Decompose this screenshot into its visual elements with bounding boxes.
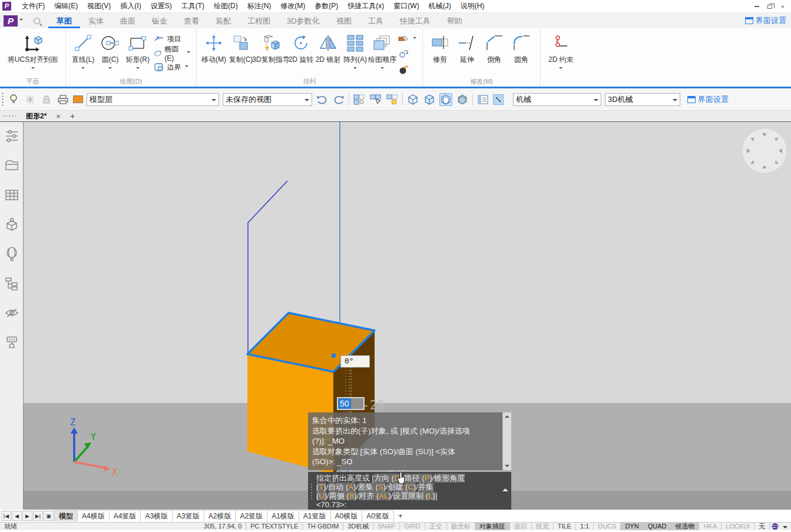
layout-tab-a2-landscape[interactable]: A2横版 bbox=[204, 510, 236, 521]
restore-button[interactable] bbox=[764, 2, 776, 11]
ellipse-button[interactable]: 椭圆(E) bbox=[154, 47, 190, 59]
toggle-snap[interactable]: SNAP bbox=[373, 523, 400, 530]
search-icon[interactable] bbox=[34, 18, 40, 24]
toggle-hka[interactable]: HKA bbox=[699, 523, 722, 530]
hierarchy-icon[interactable] bbox=[5, 276, 19, 290]
layout-tab-model[interactable]: 模型 bbox=[54, 510, 78, 521]
pan-icon[interactable] bbox=[493, 94, 504, 105]
layer-off-icon[interactable] bbox=[386, 93, 399, 106]
toggle-track[interactable]: 追踪 bbox=[510, 523, 532, 530]
toggle-ortho[interactable]: 正交 bbox=[425, 523, 447, 530]
navigation-wheel[interactable] bbox=[742, 128, 787, 173]
toggle-tile[interactable]: TILE bbox=[554, 523, 576, 530]
status-textstyle[interactable]: PC TEXTSTYLE bbox=[246, 523, 303, 530]
layer-walk-icon[interactable] bbox=[353, 93, 366, 106]
balloon-icon[interactable] bbox=[5, 247, 19, 261]
menu-window[interactable]: 窗口(W) bbox=[389, 0, 423, 12]
undo-button[interactable] bbox=[316, 93, 329, 106]
minimize-button[interactable] bbox=[751, 2, 763, 11]
offset-button[interactable] bbox=[398, 48, 416, 60]
status-globe-icon[interactable] bbox=[771, 523, 779, 530]
redo-button[interactable] bbox=[332, 93, 345, 106]
view-hidden-icon[interactable] bbox=[423, 93, 436, 106]
doctab-grip[interactable] bbox=[2, 115, 18, 117]
tab-help[interactable]: 帮助 bbox=[439, 13, 471, 28]
document-close-icon[interactable]: × bbox=[51, 112, 65, 121]
menu-tools[interactable]: 工具(T) bbox=[177, 0, 209, 12]
toolbar-grip[interactable] bbox=[1, 92, 4, 107]
constraint-2d-button[interactable]: 2D 约束 bbox=[544, 31, 578, 78]
ucs-align-face-button[interactable]: 将UCS对齐到面 bbox=[4, 31, 62, 78]
toggle-dyn[interactable]: DYN bbox=[621, 523, 643, 530]
circle-button[interactable]: 圆(C) bbox=[97, 31, 124, 78]
tab-express[interactable]: 快捷工具 bbox=[392, 13, 439, 28]
command-grip[interactable] bbox=[310, 483, 313, 499]
sheet-set-icon[interactable] bbox=[476, 93, 489, 106]
app-menu-button[interactable]: P bbox=[4, 15, 18, 27]
block-icon[interactable] bbox=[5, 217, 19, 232]
layout-tab-a4-portrait[interactable]: A4竖版 bbox=[109, 510, 141, 521]
scroll-up-icon[interactable] bbox=[505, 415, 509, 418]
toggle-lineweight[interactable]: 线宽 bbox=[532, 523, 554, 530]
draw-order-button[interactable]: 绘图顺序 bbox=[369, 31, 396, 78]
status-menu-caret-icon[interactable] bbox=[783, 526, 787, 531]
menu-help[interactable]: 说明(H) bbox=[456, 0, 489, 12]
view-dropdown[interactable]: 未保存的视图 bbox=[223, 93, 312, 106]
status-dimstyle[interactable]: TH GBDIM bbox=[303, 523, 343, 530]
document-add-icon[interactable]: + bbox=[65, 111, 80, 121]
layer-lock-icon[interactable] bbox=[40, 93, 53, 106]
fillet-button[interactable]: 圆角 bbox=[508, 31, 535, 78]
rotate-2d-button[interactable]: 2D 旋转 bbox=[287, 31, 315, 78]
tab-assembly[interactable]: 装配 bbox=[207, 13, 239, 28]
layout-tab-a3-portrait[interactable]: A3竖版 bbox=[172, 510, 204, 521]
interface-settings-button[interactable]: 界面设置 bbox=[745, 15, 786, 26]
line-button[interactable]: 直线(L) bbox=[69, 31, 97, 78]
last-sheet-button[interactable]: ▶| bbox=[33, 511, 43, 521]
layout-tab-a3-landscape[interactable]: A3横版 bbox=[140, 510, 173, 521]
toggle-candidate[interactable]: 候选物 bbox=[671, 523, 699, 530]
tab-3d-parametric[interactable]: 3D参数化 bbox=[279, 13, 328, 28]
menu-insert[interactable]: 插入(I) bbox=[115, 0, 145, 12]
collapse-prompt-icon[interactable] bbox=[502, 488, 508, 491]
interface-settings-button-2[interactable]: 界面设置 bbox=[687, 94, 729, 105]
command-input-panel[interactable]: 指定挤出高度或 [方向 (D)/路径 (P)/锥形角度 (T)/自动 (A)/差… bbox=[308, 472, 511, 510]
layout-tab-a1-portrait[interactable]: A1竖版 bbox=[299, 510, 331, 521]
tab-sketch[interactable]: 草图 bbox=[48, 13, 80, 28]
status-mech-standard[interactable]: 3D机械 bbox=[343, 523, 373, 530]
next-sheet-button[interactable]: ▶ bbox=[22, 511, 32, 521]
history-scrollbar[interactable] bbox=[502, 412, 511, 470]
trim-button[interactable]: 修剪 bbox=[426, 31, 454, 78]
toggle-annotation-none[interactable]: 无 bbox=[754, 523, 770, 530]
tab-drawing[interactable]: 工程图 bbox=[239, 13, 279, 28]
command-history-panel[interactable]: 集合中的实体: 1 选取要挤出的(子)对象, 或 [模式 (MO)/选择选项 (… bbox=[308, 412, 511, 470]
tab-surface[interactable]: 曲面 bbox=[112, 13, 144, 28]
toggle-polar[interactable]: 极坐标 bbox=[447, 523, 475, 530]
grip-point[interactable] bbox=[332, 353, 336, 358]
folder-icon[interactable] bbox=[5, 158, 19, 173]
layer-freeze-icon[interactable] bbox=[24, 93, 37, 106]
toggle-quad[interactable]: QUAD bbox=[644, 523, 671, 530]
view-wireframe-icon[interactable] bbox=[406, 93, 419, 106]
rectangle-button[interactable]: 矩形(R) bbox=[124, 31, 151, 78]
scroll-down-icon[interactable] bbox=[505, 465, 509, 467]
document-tab-active[interactable]: 图形2* bbox=[21, 111, 51, 121]
menu-view[interactable]: 视图(V) bbox=[82, 0, 115, 12]
toggle-osnap[interactable]: 对象捕捉 bbox=[475, 523, 510, 530]
layer-plot-icon[interactable] bbox=[57, 93, 69, 106]
menu-settings[interactable]: 设置S) bbox=[146, 0, 177, 12]
explode-button[interactable] bbox=[398, 64, 416, 75]
style2-dropdown[interactable]: 3D机械 bbox=[605, 93, 680, 106]
layer-on-icon[interactable] bbox=[7, 93, 20, 106]
mirror-2d-button[interactable]: 2D 镜射 bbox=[315, 31, 342, 78]
properties-icon[interactable] bbox=[5, 129, 19, 143]
add-layout-icon[interactable]: + bbox=[393, 511, 408, 520]
tab-tools[interactable]: 工具 bbox=[360, 13, 392, 28]
view-render-icon[interactable] bbox=[456, 93, 469, 106]
menu-express-tools[interactable]: 快捷工具(x) bbox=[343, 0, 389, 12]
chamfer-button[interactable]: 倒角 bbox=[481, 31, 508, 78]
prev-sheet-button[interactable]: ◀ bbox=[12, 511, 22, 521]
tab-view[interactable]: 视图 bbox=[328, 13, 360, 28]
paint-tool-icon[interactable] bbox=[5, 335, 19, 349]
boundary-button[interactable]: 边界 bbox=[154, 61, 190, 73]
layout-tab-a2-portrait[interactable]: A2竖版 bbox=[235, 510, 267, 521]
